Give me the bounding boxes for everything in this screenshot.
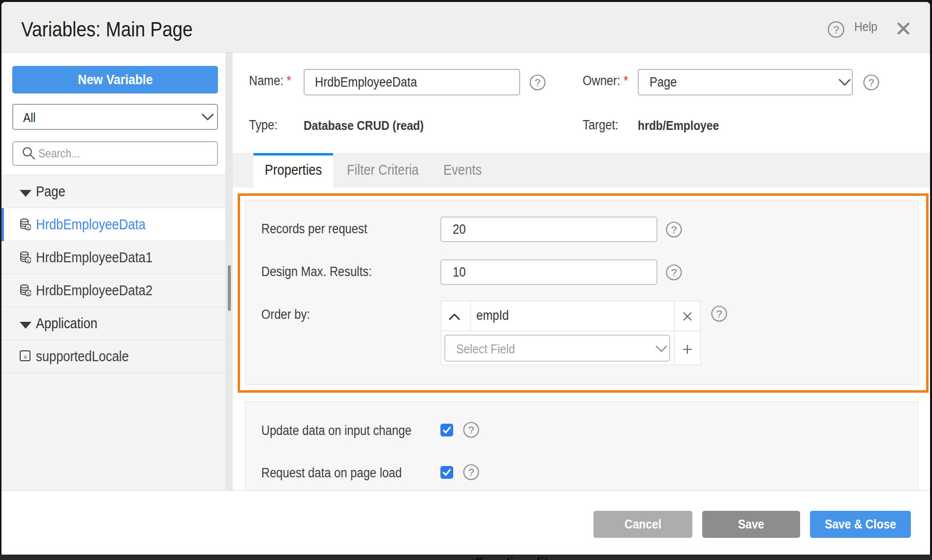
svg-text:?: ? xyxy=(535,77,541,88)
svg-text:?: ? xyxy=(716,308,722,319)
svg-text:x: x xyxy=(27,290,30,296)
svg-text:x: x xyxy=(24,353,27,360)
svg-text:x: x xyxy=(27,224,30,230)
svg-text:?: ? xyxy=(671,224,677,235)
svg-text:?: ? xyxy=(468,467,474,478)
svg-text:?: ? xyxy=(468,424,474,436)
svg-text:?: ? xyxy=(833,24,839,36)
svg-text:?: ? xyxy=(671,267,677,278)
svg-text:x: x xyxy=(27,257,30,263)
svg-text:?: ? xyxy=(869,77,874,88)
